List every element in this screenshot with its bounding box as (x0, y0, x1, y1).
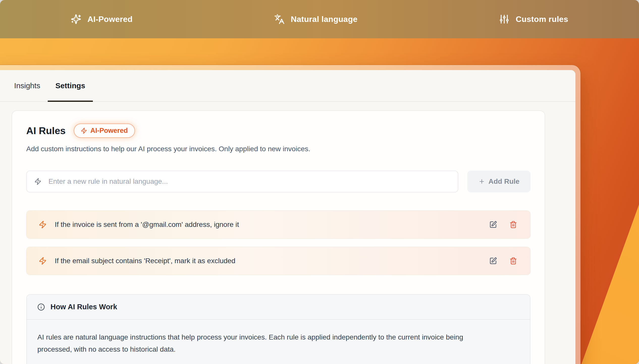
info-title: How AI Rules Work (50, 303, 117, 311)
rules-list: If the invoice is sent from a '@gmail.co… (26, 210, 530, 275)
info-header: How AI Rules Work (27, 295, 530, 320)
trash-icon (510, 221, 517, 228)
ai-powered-badge: AI-Powered (74, 124, 135, 138)
zap-icon (39, 221, 47, 229)
tab-bar: Insights Settings (0, 70, 575, 102)
banner-item-ai-powered: AI-Powered (71, 14, 132, 24)
rule-row: If the invoice is sent from a '@gmail.co… (26, 210, 530, 239)
card-title: AI Rules (26, 125, 66, 136)
tab-insights[interactable]: Insights (7, 70, 48, 101)
how-ai-rules-work-box: How AI Rules Work AI rules are natural l… (26, 294, 530, 364)
languages-icon (274, 14, 285, 24)
zap-icon (81, 128, 87, 134)
zap-icon (34, 178, 41, 185)
tab-settings[interactable]: Settings (48, 70, 93, 101)
delete-rule-button[interactable] (510, 221, 517, 228)
new-rule-input[interactable] (48, 177, 450, 186)
new-rule-field-wrapper (26, 171, 458, 192)
rule-actions (489, 221, 517, 228)
edit-pencil-icon (489, 221, 497, 228)
screenshot-root: AI-Powered Natural language Custom rules (0, 0, 639, 364)
sliders-icon (499, 14, 510, 24)
banner-label: AI-Powered (87, 15, 132, 24)
rule-actions (489, 257, 517, 265)
plus-icon (478, 178, 485, 185)
delete-rule-button[interactable] (510, 257, 517, 265)
sparkles-icon (71, 14, 81, 24)
add-rule-button[interactable]: Add Rule (467, 171, 530, 192)
trash-icon (510, 257, 517, 265)
zap-icon (39, 257, 47, 265)
edit-rule-button[interactable] (489, 257, 497, 265)
info-body: AI rules are natural language instructio… (27, 320, 530, 364)
card-description: Add custom instructions to help our AI p… (26, 145, 530, 153)
app-window: Insights Settings AI Rules AI-Powered Ad… (0, 65, 580, 364)
new-rule-row: Add Rule (26, 171, 530, 192)
rule-text: If the email subject contains 'Receipt',… (55, 257, 481, 265)
badge-label: AI-Powered (90, 127, 128, 135)
info-icon (37, 303, 45, 311)
banner-label: Custom rules (516, 15, 568, 24)
info-paragraph: AI rules are natural language instructio… (37, 331, 476, 355)
edit-rule-button[interactable] (489, 221, 497, 228)
ai-rules-card: AI Rules AI-Powered Add custom instructi… (12, 110, 545, 364)
banner-label: Natural language (291, 15, 357, 24)
window-content: Insights Settings AI Rules AI-Powered Ad… (0, 70, 575, 364)
edit-pencil-icon (489, 257, 497, 265)
feature-banner: AI-Powered Natural language Custom rules (0, 0, 639, 38)
add-rule-label: Add Rule (489, 177, 520, 186)
banner-item-natural-language: Natural language (274, 14, 357, 24)
rule-row: If the email subject contains 'Receipt',… (26, 247, 530, 275)
rule-text: If the invoice is sent from a '@gmail.co… (55, 221, 481, 229)
card-title-row: AI Rules AI-Powered (26, 124, 530, 138)
banner-item-custom-rules: Custom rules (499, 14, 568, 24)
